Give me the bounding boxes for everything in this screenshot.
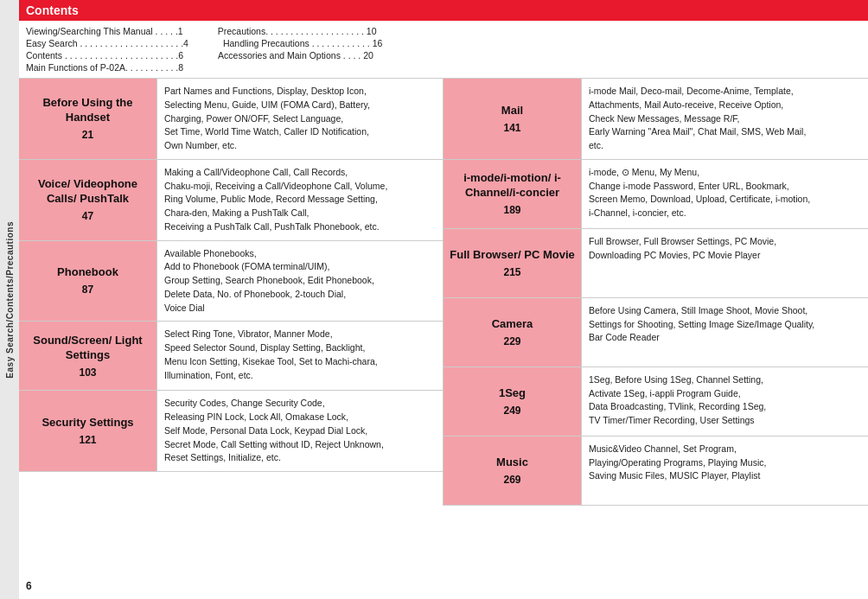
left-column: Before Using the Handset21Part Names and… [19,79,444,506]
main-content: Contents Viewing/Searching This Manual .… [19,0,868,506]
section-page-num: 121 [79,434,96,446]
top-info-row: Contents . . . . . . . . . . . . . . . .… [26,50,861,61]
right-section-row: 1Seg2491Seg, Before Using 1Seg, Channel … [444,367,868,437]
right-section-page-num: 229 [503,335,520,347]
right-column: Mail141i-mode Mail, Deco-mail, Decome-An… [444,79,868,506]
right-section-desc-cell: Before Using Camera, Still Image Shoot, … [582,298,868,366]
right-section-title-text: Full Browser/ PC Movie [450,248,574,263]
right-section-title-text: Camera [492,317,533,332]
sidebar-label: Easy Search/Contents/Precautions [0,0,19,599]
right-section-row: Full Browser/ PC Movie215Full Browser, F… [444,229,868,298]
section-desc-cell: Select Ring Tone, Vibrator, Manner Mode,… [157,322,443,390]
right-title-cell: Music269 [444,437,582,505]
left-section-row: Security Settings121Security Codes, Chan… [19,391,443,472]
right-section-desc-cell: Music&Video Channel, Set Program, Playin… [582,437,868,505]
header: Contents [19,0,868,21]
top-info-row: Viewing/Searching This Manual . . . . .1… [26,26,861,36]
section-page-num: 21 [82,129,93,141]
right-section-row: i-mode/i-motion/ i-Channel/i-concier189i… [444,160,868,229]
right-section-page-num: 141 [503,122,520,134]
section-title-cell: Before Using the Handset21 [19,79,157,159]
section-title-cell: Phonebook87 [19,241,157,322]
section-desc-cell: Part Names and Functions, Display, Deskt… [157,79,443,159]
section-desc-cell: Security Codes, Change Security Code, Re… [157,391,443,471]
section-page-num: 87 [82,284,93,296]
section-title-text: Before Using the Handset [24,96,151,125]
right-title-cell: Mail141 [444,79,582,159]
right-section-page-num: 269 [503,474,520,486]
left-section-row: Phonebook87Available Phonebooks, Add to … [19,241,443,322]
right-title-cell: Camera229 [444,298,582,366]
section-title-cell: Sound/Screen/ Light Settings103 [19,322,157,390]
section-title-text: Sound/Screen/ Light Settings [24,334,151,363]
top-info: Viewing/Searching This Manual . . . . .1… [19,21,868,79]
right-section-desc-cell: 1Seg, Before Using 1Seg, Channel Setting… [582,367,868,436]
right-section-page-num: 189 [503,204,520,216]
left-section-row: Voice/ Videophone Calls/ PushTalk47Makin… [19,160,443,241]
right-section-page-num: 215 [503,266,520,278]
right-section-row: Music269Music&Video Channel, Set Program… [444,437,868,506]
footer-page-number: 6 [26,580,32,592]
right-section-title-text: i-mode/i-motion/ i-Channel/i-concier [449,171,576,201]
page-title: Contents [26,3,79,17]
right-title-cell: 1Seg249 [444,367,582,436]
right-section-desc-cell: Full Browser, Full Browser Settings, PC … [582,229,868,297]
right-section-title-text: Mail [501,104,523,118]
right-section-desc-cell: i-mode, ⊙ Menu, My Menu, Change i-mode P… [582,160,868,228]
section-title-cell: Security Settings121 [19,391,157,471]
sidebar-label-text: Easy Search/Contents/Precautions [5,221,15,379]
section-title-cell: Voice/ Videophone Calls/ PushTalk47 [19,160,157,240]
right-section-title-text: 1Seg [499,386,526,401]
left-section-row: Sound/Screen/ Light Settings103Select Ri… [19,322,443,391]
top-info-item: Viewing/Searching This Manual . . . . .1 [26,26,183,36]
section-title-text: Phonebook [57,265,118,280]
left-section-row: Before Using the Handset21Part Names and… [19,79,443,160]
section-page-num: 47 [82,210,93,222]
right-section-desc-cell: i-mode Mail, Deco-mail, Decome-Anime, Te… [582,79,868,159]
top-info-item: Precautions. . . . . . . . . . . . . . .… [218,26,377,36]
top-info-item: Handling Precautions . . . . . . . . . .… [223,38,382,48]
right-section-row: Camera229Before Using Camera, Still Imag… [444,298,868,367]
right-section-title-text: Music [496,456,528,470]
top-info-item: Main Functions of P-02A. . . . . . . . .… [26,62,183,73]
two-col-layout: Before Using the Handset21Part Names and… [19,79,868,506]
top-info-row: Easy Search . . . . . . . . . . . . . . … [26,38,861,48]
top-info-item: Contents . . . . . . . . . . . . . . . .… [26,50,183,61]
right-section-page-num: 249 [503,405,520,417]
right-title-cell: Full Browser/ PC Movie215 [444,229,582,297]
top-info-row: Main Functions of P-02A. . . . . . . . .… [26,62,861,73]
section-page-num: 103 [79,366,96,379]
section-desc-cell: Making a Call/Videophone Call, Call Reco… [157,160,443,240]
top-info-item: Easy Search . . . . . . . . . . . . . . … [26,38,188,48]
section-title-text: Security Settings [41,416,133,430]
right-section-row: Mail141i-mode Mail, Deco-mail, Decome-An… [444,79,868,160]
section-title-text: Voice/ Videophone Calls/ PushTalk [24,177,151,207]
right-title-cell: i-mode/i-motion/ i-Channel/i-concier189 [444,160,582,228]
section-desc-cell: Available Phonebooks, Add to Phonebook (… [157,241,443,322]
top-info-item: Accessories and Main Options . . . . 20 [218,50,373,61]
